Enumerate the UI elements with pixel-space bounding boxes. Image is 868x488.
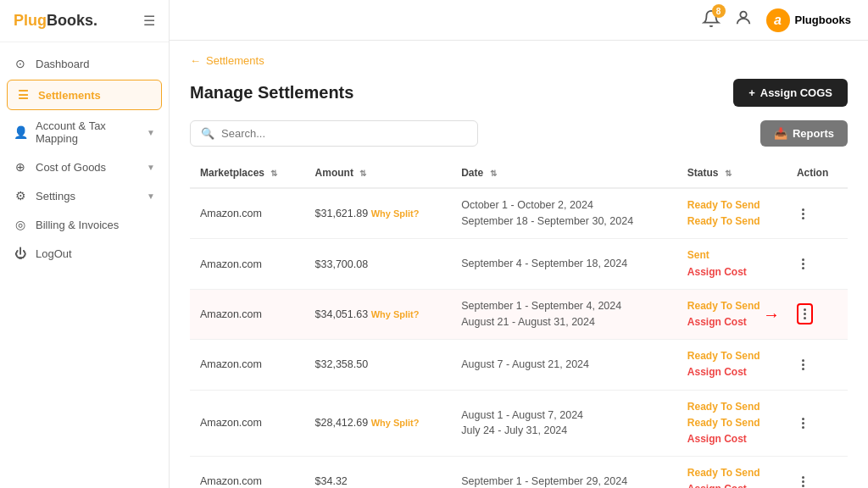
- hamburger-icon[interactable]: ☰: [143, 13, 155, 29]
- why-split-link[interactable]: Why Split?: [371, 208, 420, 219]
- action-cell: [787, 239, 848, 289]
- action-menu-button[interactable]: [797, 474, 810, 488]
- status-badge[interactable]: Ready To Send: [687, 415, 776, 431]
- col-status[interactable]: Status ⇅: [677, 158, 787, 188]
- logo: PlugBooks.: [14, 12, 97, 30]
- status-badge[interactable]: Assign Cost: [687, 481, 776, 488]
- sidebar-item-logout[interactable]: ⏻ LogOut: [0, 239, 169, 268]
- amount-cell: $34.32: [305, 457, 452, 488]
- col-marketplace[interactable]: Marketplaces ⇅: [190, 158, 305, 188]
- settlements-table: Marketplaces ⇅ Amount ⇅ Date ⇅ Status ⇅ …: [190, 158, 848, 488]
- user-icon[interactable]: [734, 8, 753, 31]
- chevron-down-icon: ▼: [147, 163, 155, 172]
- sidebar-item-label: Settlements: [38, 89, 153, 102]
- amount-cell: $28,412.69 Why Split?: [305, 390, 452, 457]
- status-badge[interactable]: Ready To Send: [687, 214, 776, 230]
- status-badge[interactable]: Ready To Send: [687, 465, 776, 481]
- sidebar-item-label: Dashboard: [36, 58, 155, 70]
- sidebar-item-account-tax[interactable]: 👤 Account & Tax Mapping ▼: [0, 112, 169, 152]
- settlements-icon: ☰: [16, 88, 30, 102]
- toolbar: 🔍 📥 Reports: [190, 120, 848, 147]
- marketplace-cell: Amazon.com: [190, 340, 305, 390]
- marketplace-cell: Amazon.com: [190, 239, 305, 289]
- why-split-link[interactable]: Why Split?: [371, 309, 420, 319]
- main-area: 8 a Plugbooks ← Settlements Manage Settl…: [170, 0, 868, 488]
- status-badge[interactable]: Assign Cost: [687, 264, 776, 280]
- breadcrumb[interactable]: ← Settlements: [190, 54, 848, 67]
- sidebar-logo: PlugBooks. ☰: [0, 0, 169, 42]
- table-row: Amazon.com$31,621.89 Why Split?October 1…: [190, 188, 848, 239]
- sidebar-item-settings[interactable]: ⚙ Settings ▼: [0, 181, 169, 210]
- topbar-icons: 8 a Plugbooks: [702, 8, 851, 32]
- marketplace-cell: Amazon.com: [190, 188, 305, 239]
- assign-cogs-label: Assign COGS: [760, 86, 832, 99]
- date-cell: September 1 - September 4, 2024August 21…: [451, 289, 677, 339]
- amount-cell: $34,051.63 Why Split?: [305, 289, 452, 339]
- chevron-down-icon: ▼: [147, 128, 155, 137]
- sidebar-item-cost-of-goods[interactable]: ⊕ Cost of Goods ▼: [0, 152, 169, 181]
- notification-badge: 8: [712, 4, 726, 18]
- status-badge[interactable]: Ready To Send: [687, 348, 776, 364]
- action-cell: →: [787, 289, 848, 339]
- table-row: Amazon.com$34.32September 1 - September …: [190, 457, 848, 488]
- marketplace-cell: Amazon.com: [190, 457, 305, 488]
- status-badge[interactable]: Sent: [687, 247, 776, 263]
- action-menu-button[interactable]: [797, 358, 810, 372]
- cost-icon: ⊕: [14, 160, 27, 174]
- sidebar-item-billing[interactable]: ◎ Billing & Invoices: [0, 210, 169, 239]
- account-icon: 👤: [14, 125, 27, 139]
- marketplace-cell: Amazon.com: [190, 390, 305, 457]
- plus-icon: +: [748, 86, 755, 99]
- search-icon: 🔍: [201, 127, 214, 140]
- highlight-arrow: →: [763, 304, 780, 324]
- search-input[interactable]: [221, 127, 467, 140]
- assign-cogs-button[interactable]: + Assign COGS: [733, 79, 848, 107]
- action-cell: [787, 390, 848, 457]
- page-title: Manage Settlements: [190, 83, 353, 103]
- status-badge[interactable]: Ready To Send: [687, 197, 776, 214]
- col-date[interactable]: Date ⇅: [451, 158, 677, 188]
- page-header: Manage Settlements + Assign COGS: [190, 79, 848, 107]
- why-split-link[interactable]: Why Split?: [371, 418, 420, 428]
- action-menu-button[interactable]: [797, 416, 810, 430]
- action-cell: [787, 340, 848, 390]
- date-cell: September 1 - September 29, 2024: [451, 457, 677, 488]
- status-cell: Ready To SendAssign Cost: [677, 457, 787, 488]
- amazon-logo: a: [766, 8, 790, 32]
- topbar: 8 a Plugbooks: [170, 0, 868, 41]
- status-badge[interactable]: Assign Cost: [687, 364, 776, 380]
- amazon-account[interactable]: a Plugbooks: [766, 8, 851, 32]
- sidebar: PlugBooks. ☰ ⊙ Dashboard ☰ Settlements 👤…: [0, 0, 170, 488]
- col-action: Action: [787, 158, 848, 188]
- search-box: 🔍: [190, 120, 478, 147]
- notification-button[interactable]: 8: [702, 9, 721, 30]
- amount-cell: $32,358.50: [305, 340, 452, 390]
- action-cell: [787, 457, 848, 488]
- table-row: Amazon.com$33,700.08September 4 - Septem…: [190, 239, 848, 289]
- content-area: ← Settlements Manage Settlements + Assig…: [170, 41, 868, 488]
- status-badge[interactable]: Assign Cost: [687, 431, 776, 447]
- status-badge[interactable]: Ready To Send: [687, 399, 776, 415]
- table-row: Amazon.com$28,412.69 Why Split?August 1 …: [190, 390, 848, 457]
- reports-button[interactable]: 📥 Reports: [760, 120, 848, 147]
- sort-icon: ⇅: [490, 169, 497, 178]
- amazon-label: Plugbooks: [795, 14, 851, 26]
- status-cell: Ready To SendAssign Cost: [677, 340, 787, 390]
- billing-icon: ◎: [14, 218, 27, 231]
- status-cell: Ready To SendReady To SendAssign Cost: [677, 390, 787, 457]
- table-row: Amazon.com$32,358.50August 7 - August 21…: [190, 340, 848, 390]
- action-menu-button[interactable]: [797, 257, 810, 271]
- col-amount[interactable]: Amount ⇅: [305, 158, 452, 188]
- sidebar-item-label: Settings: [36, 190, 147, 202]
- sidebar-item-label: Billing & Invoices: [36, 219, 155, 231]
- marketplace-cell: Amazon.com: [190, 289, 305, 339]
- action-menu-button[interactable]: [797, 207, 810, 221]
- chevron-down-icon: ▼: [147, 191, 155, 201]
- sidebar-item-settlements[interactable]: ☰ Settlements: [7, 80, 162, 110]
- table-row: Amazon.com$34,051.63 Why Split?September…: [190, 289, 848, 339]
- sidebar-nav: ⊙ Dashboard ☰ Settlements 👤 Account & Ta…: [0, 42, 169, 488]
- back-arrow-icon[interactable]: ←: [190, 54, 201, 67]
- sidebar-item-dashboard[interactable]: ⊙ Dashboard: [0, 49, 169, 78]
- amount-cell: $31,621.89 Why Split?: [305, 188, 452, 239]
- action-menu-button[interactable]: [797, 303, 813, 324]
